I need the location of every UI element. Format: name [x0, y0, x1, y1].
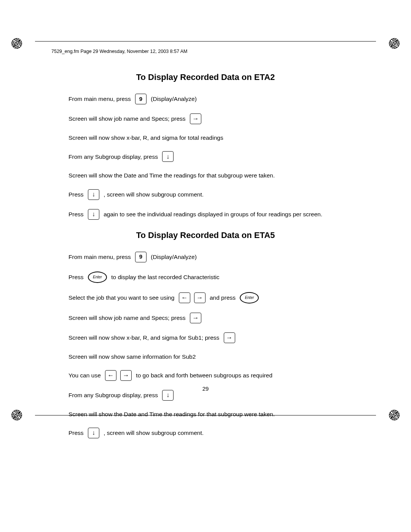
text: Press	[68, 273, 85, 281]
registration-dot	[11, 410, 22, 420]
text: From any Subgroup display, press	[68, 391, 159, 399]
instruction-line: You can use ← → to go back and forth bet…	[68, 370, 342, 381]
registration-dot	[389, 410, 400, 420]
arrow-right-icon: →	[190, 113, 201, 124]
text: Press	[68, 428, 85, 437]
enter-key-icon: Enter	[88, 272, 107, 283]
instruction-line: Press ↓ , screen will show subgroup comm…	[68, 428, 342, 438]
text: to display the last recorded Characteris…	[110, 273, 220, 281]
text: to go back and forth between subgroups a…	[134, 371, 272, 380]
instruction-line: Press ↓ again to see the individual read…	[68, 209, 342, 220]
text: Screen will now show x-bar, R, and sigma…	[68, 133, 223, 142]
arrow-down-icon: ↓	[88, 189, 99, 200]
text: Screen will show job name and Specs; pre…	[68, 313, 187, 322]
text: Screen will show the Date and Time the r…	[68, 171, 275, 180]
registration-dot	[389, 38, 400, 49]
text: Screen will show the Date and Time the r…	[68, 410, 275, 419]
crop-frame-top	[35, 41, 376, 42]
instruction-line: Press Enter to display the last recorded…	[68, 272, 342, 283]
instruction-line: Select the job that you want to see usin…	[68, 292, 342, 304]
arrow-right-icon: →	[190, 313, 201, 323]
arrow-right-icon: →	[194, 292, 206, 303]
arrow-left-icon: ←	[179, 292, 190, 303]
instruction-line: Screen will show job name and Specs; pre…	[68, 313, 342, 323]
instruction-line: From main menu, press 9 (Display/Analyze…	[68, 252, 342, 262]
text: From main menu, press	[68, 252, 132, 261]
page-number: 29	[0, 385, 411, 392]
key-9: 9	[135, 252, 147, 262]
instruction-line: From any Subgroup display, press ↓	[68, 151, 342, 162]
text: Select the job that you want to see usin…	[68, 293, 176, 302]
section-heading-eta5: To Display Recorded Data on ETA5	[68, 230, 342, 240]
text: Screen will show job name and Specs; pre…	[68, 114, 187, 123]
instruction-line: Press ↓ , screen will show subgroup comm…	[68, 189, 342, 200]
text: Screen will now show same information fo…	[68, 352, 196, 361]
arrow-down-icon: ↓	[88, 428, 99, 438]
key-9: 9	[135, 94, 147, 104]
instruction-line: Screen will now show x-bar, R, and sigma…	[68, 332, 342, 343]
instruction-line: Screen will show job name and Specs; pre…	[68, 113, 342, 124]
arrow-right-icon: →	[224, 332, 235, 343]
registration-dot	[11, 38, 22, 49]
section-heading-eta2: To Display Recorded Data on ETA2	[68, 72, 342, 82]
text: again to see the individual readings dis…	[102, 210, 322, 219]
instruction-line: From main menu, press 9 (Display/Analyze…	[68, 94, 342, 104]
text: , screen will show subgroup comment.	[102, 190, 204, 199]
text: Screen will now show x-bar, R, and sigma…	[68, 333, 221, 342]
text: From main menu, press	[68, 94, 132, 103]
text: , screen will show subgroup comment.	[102, 428, 204, 437]
arrow-right-icon: →	[120, 370, 132, 381]
instruction-line: Screen will show the Date and Time the r…	[68, 171, 342, 180]
text: Press	[68, 210, 85, 219]
arrow-down-icon: ↓	[88, 209, 99, 220]
arrow-left-icon: ←	[105, 370, 116, 381]
instruction-line: Screen will now show same information fo…	[68, 352, 342, 361]
text: and press	[208, 293, 237, 302]
text: Press	[68, 190, 85, 199]
page-header: 7529_eng.fm Page 29 Wednesday, November …	[51, 49, 187, 54]
text: From any Subgroup display, press	[68, 152, 159, 161]
text: You can use	[68, 371, 102, 380]
instruction-line: Screen will now show x-bar, R, and sigma…	[68, 133, 342, 142]
arrow-down-icon: ↓	[162, 151, 174, 162]
text: (Display/Analyze)	[149, 252, 197, 261]
text: (Display/Analyze)	[149, 94, 197, 103]
enter-key-icon: Enter	[240, 292, 259, 304]
instruction-line: Screen will show the Date and Time the r…	[68, 410, 342, 419]
